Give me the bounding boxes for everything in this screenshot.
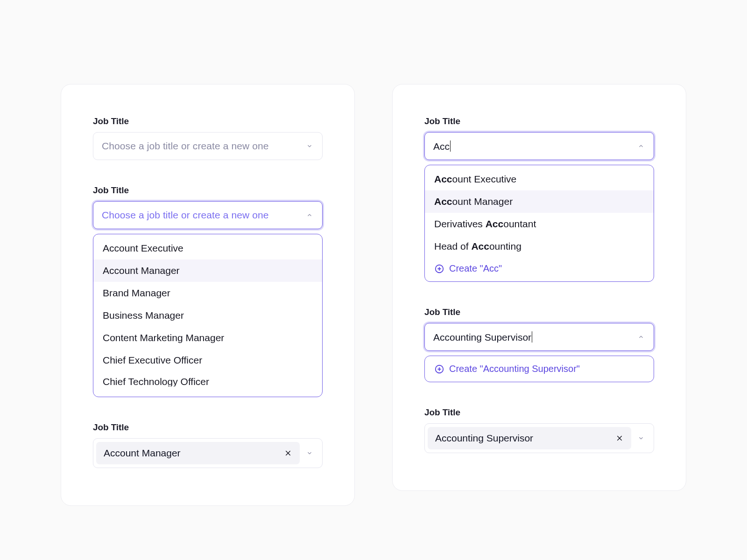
option-item[interactable]: Business Manager [93, 304, 322, 327]
chevron-up-icon [637, 333, 645, 341]
option-item[interactable]: Brand Manager [93, 282, 322, 304]
field-job-title-closed: Job Title Choose a job title or create a… [93, 116, 323, 160]
job-title-combobox-selected[interactable]: Accounting Supervisor [424, 423, 654, 453]
chevron-up-icon [305, 211, 314, 219]
combobox-dropdown: Account Executive Account Manager Deriva… [424, 165, 654, 282]
combobox-typed-value: Accounting Supervisor [433, 331, 532, 343]
field-job-title-selected: Job Title Account Manager [93, 422, 323, 468]
option-list: Account Executive Account Manager Brand … [93, 234, 322, 386]
field-job-title-open: Job Title Choose a job title or create a… [93, 185, 323, 397]
chevron-down-icon [637, 434, 645, 442]
job-title-combobox-search[interactable]: Acc [424, 132, 654, 160]
option-item[interactable]: Account Executive [425, 168, 654, 190]
chevron-down-icon [305, 142, 314, 150]
create-option-label: Create "Acc" [449, 263, 502, 274]
field-label: Job Title [93, 185, 323, 196]
clear-selection-button[interactable] [614, 433, 625, 443]
job-title-combobox-selected[interactable]: Account Manager [93, 438, 323, 468]
selected-tag: Accounting Supervisor [428, 427, 631, 449]
chevron-up-icon [637, 142, 645, 150]
combobox-typed-value: Acc [433, 140, 451, 152]
field-label: Job Title [93, 422, 323, 433]
text-caret [450, 140, 451, 152]
text-caret [532, 331, 532, 343]
option-item[interactable]: Chief Executive Officer [93, 349, 322, 371]
clear-selection-button[interactable] [283, 448, 293, 458]
field-job-title-create: Job Title Accounting Supervisor Create "… [424, 307, 654, 382]
option-item[interactable]: Head of Accounting [425, 235, 654, 258]
option-list: Account Executive Account Manager Deriva… [425, 165, 654, 258]
combobox-placeholder: Choose a job title or create a new one [102, 140, 269, 152]
selected-tag: Account Manager [96, 442, 300, 464]
create-option-label: Create "Accounting Supervisor" [449, 364, 580, 374]
option-item[interactable]: Content Marketing Manager [93, 327, 322, 349]
option-item[interactable]: Account Manager [425, 190, 654, 213]
option-item[interactable]: Account Executive [93, 237, 322, 259]
combobox-placeholder: Choose a job title or create a new one [102, 210, 269, 221]
chevron-down-icon [305, 449, 314, 457]
selected-value: Accounting Supervisor [435, 433, 533, 444]
job-title-combobox-closed[interactable]: Choose a job title or create a new one [93, 132, 323, 160]
option-item[interactable]: Chief Technology Officer [93, 371, 322, 386]
field-label: Job Title [424, 116, 654, 126]
field-job-title-selected: Job Title Accounting Supervisor [424, 407, 654, 453]
plus-circle-icon [434, 364, 444, 374]
combobox-examples-card-left: Job Title Choose a job title or create a… [61, 84, 355, 506]
field-job-title-search: Job Title Acc Account Executive Account … [424, 116, 654, 282]
selected-value: Account Manager [104, 448, 181, 459]
job-title-combobox-create[interactable]: Accounting Supervisor [424, 323, 654, 351]
create-option-button[interactable]: Create "Acc" [425, 258, 654, 281]
field-label: Job Title [424, 407, 654, 418]
plus-circle-icon [434, 264, 444, 274]
combobox-examples-card-right: Job Title Acc Account Executive Account … [392, 84, 686, 491]
field-label: Job Title [93, 116, 323, 126]
combobox-dropdown: Account Executive Account Manager Brand … [93, 234, 323, 397]
field-label: Job Title [424, 307, 654, 317]
option-item[interactable]: Account Manager [93, 259, 322, 282]
job-title-combobox-open[interactable]: Choose a job title or create a new one [93, 201, 323, 229]
create-option-button[interactable]: Create "Accounting Supervisor" [424, 356, 654, 382]
option-item[interactable]: Derivatives Accountant [425, 213, 654, 235]
